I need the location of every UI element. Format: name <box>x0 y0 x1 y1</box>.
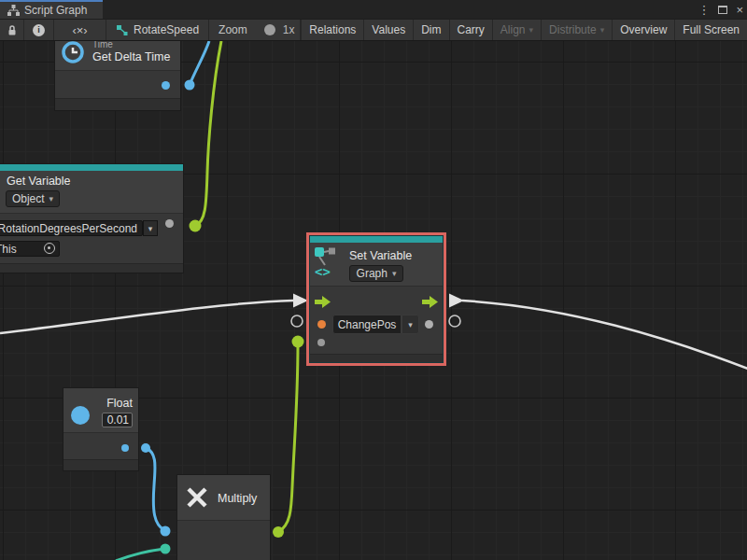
tab-label: Script Graph <box>24 4 87 17</box>
align-label: Align <box>500 23 526 36</box>
chevron-down-icon: ▾ <box>49 194 54 203</box>
float-value-input[interactable]: 0.01 <box>102 413 133 427</box>
variable-target-value: This <box>0 243 17 256</box>
code-icon: ‹×› <box>72 23 87 37</box>
variable-name-combo[interactable]: ChangePos <box>332 315 402 334</box>
graph-tab-icon <box>7 5 20 16</box>
chevron-down-icon: ▾ <box>600 25 605 35</box>
graph-crumb-icon <box>116 24 128 36</box>
zoom-control: Zoom 1x <box>209 20 301 40</box>
set-variable-icon: <> <box>313 245 337 279</box>
overview-label: Overview <box>620 23 667 36</box>
value-output-port[interactable] <box>425 320 433 329</box>
value-input-port[interactable] <box>317 320 326 329</box>
maximize-icon[interactable] <box>718 6 727 14</box>
info-icon: i <box>33 24 45 36</box>
proxy-port-right[interactable] <box>449 315 460 327</box>
wire-multiply-result-start[interactable] <box>273 526 284 538</box>
distribute-button[interactable]: Distribute ▾ <box>541 20 612 40</box>
values-button[interactable]: Values <box>363 20 413 40</box>
variable-name-value: ChangePos <box>338 318 397 331</box>
get-variable-header: Get Variable Object ▾ <box>0 171 183 213</box>
float-output-port[interactable] <box>121 444 129 452</box>
wire-get-variable-endpoint[interactable] <box>190 220 202 232</box>
flow-input-port[interactable] <box>315 296 331 308</box>
node-title: Get Variable <box>7 175 71 188</box>
float-header: Float 0.01 <box>63 388 138 432</box>
info-button[interactable]: i <box>24 20 54 40</box>
toolbar-right-group: Relations Values Dim Carry Align ▾ Distr… <box>301 20 747 40</box>
set-variable-footer <box>310 354 443 362</box>
zoom-value: 1x <box>283 23 295 36</box>
variable-name-field[interactable]: RotationDegreesPerSecond <box>0 220 143 236</box>
set-variable-teal-bar <box>310 236 443 243</box>
delta-time-output-port[interactable] <box>162 81 170 90</box>
graph-toolbar: i ‹×› RotateSpeed Zoom 1x Relations Valu… <box>0 19 747 41</box>
chevron-down-icon: ▾ <box>408 320 413 329</box>
set-variable-body: ChangePos ▾ <box>310 286 443 354</box>
wire-flow-in <box>0 301 293 333</box>
get-variable-footer <box>0 263 183 273</box>
overview-button[interactable]: Overview <box>612 20 674 40</box>
dim-button[interactable]: Dim <box>413 20 448 40</box>
variable-name-dropdown[interactable]: ▾ <box>143 220 158 236</box>
lock-icon <box>7 24 18 36</box>
wire-float-endpoint[interactable] <box>161 526 171 537</box>
float-body <box>63 432 138 459</box>
zoom-slider-handle[interactable] <box>264 24 275 35</box>
wire-get-variable <box>195 41 221 226</box>
script-graph-window: Script Graph ⋮ × i ‹×› RotateS <box>0 0 747 560</box>
get-variable-teal-bar <box>0 164 183 171</box>
variable-scope-dropdown[interactable]: Object ▾ <box>6 190 60 207</box>
relations-button[interactable]: Relations <box>301 20 363 40</box>
wire-flow-out-arrowhead <box>449 294 464 308</box>
wire-float-to-multiply <box>146 448 164 530</box>
graph-canvas[interactable]: Time Get Delta Time Get Variable Object … <box>0 41 747 560</box>
get-variable-body: RotationDegreesPerSecond ▾ This <box>0 213 183 263</box>
distribute-label: Distribute <box>549 23 597 36</box>
node-float[interactable]: Float 0.01 <box>63 387 139 471</box>
clock-icon <box>61 41 85 64</box>
proxy-port-left[interactable] <box>291 315 303 327</box>
extra-input-port[interactable] <box>317 339 325 346</box>
variable-scope-dropdown[interactable]: Graph ▾ <box>349 265 403 282</box>
multiply-body: A A × B B <box>177 520 270 560</box>
relations-label: Relations <box>309 23 356 36</box>
close-icon[interactable]: × <box>736 4 743 16</box>
tab-strip: Script Graph ⋮ × <box>0 0 747 19</box>
window-controls: ⋮ × <box>698 0 743 19</box>
node-title: Float <box>106 397 133 410</box>
wire-delta-time-endpoint[interactable] <box>185 80 195 91</box>
tab-script-graph[interactable]: Script Graph <box>0 0 103 19</box>
node-get-delta-time[interactable]: Time Get Delta Time <box>54 41 181 111</box>
fullscreen-label: Full Screen <box>683 23 740 36</box>
scope-label: Graph <box>357 267 388 280</box>
flow-output-port[interactable] <box>422 296 438 308</box>
get-delta-time-header: Time Get Delta Time <box>55 41 180 70</box>
svg-text:<>: <> <box>315 264 331 279</box>
wire-into-multiply-b-endpoint[interactable] <box>161 544 171 554</box>
wire-float-start[interactable] <box>141 443 150 453</box>
get-delta-time-body <box>55 70 180 98</box>
wire-multiply-result-endpoint[interactable] <box>292 336 304 348</box>
align-button[interactable]: Align ▾ <box>492 20 541 40</box>
lock-button[interactable] <box>0 20 24 40</box>
object-picker-icon[interactable] <box>44 243 55 254</box>
variable-name-dropdown[interactable]: ▾ <box>402 315 419 334</box>
fullscreen-button[interactable]: Full Screen <box>674 20 747 40</box>
wire-into-multiply-b <box>116 549 164 560</box>
float-icon <box>71 406 90 425</box>
variable-name-value: RotationDegreesPerSecond <box>0 222 137 235</box>
zoom-label: Zoom <box>218 23 247 36</box>
graph-breadcrumb[interactable]: RotateSpeed <box>106 20 209 40</box>
wire-multiply-result <box>278 343 298 532</box>
node-multiply[interactable]: Multiply A A × B B <box>176 474 271 560</box>
float-value: 0.01 <box>107 413 129 427</box>
window-menu-icon[interactable]: ⋮ <box>698 4 710 16</box>
multiply-icon <box>185 485 209 510</box>
code-view-button[interactable]: ‹×› <box>54 20 106 40</box>
node-get-variable[interactable]: Get Variable Object ▾ RotationDegreesPer… <box>0 163 184 273</box>
variable-name-port[interactable] <box>165 219 174 228</box>
node-set-variable[interactable]: <> Set Variable Graph ▾ <box>309 235 444 363</box>
carry-button[interactable]: Carry <box>449 20 492 40</box>
